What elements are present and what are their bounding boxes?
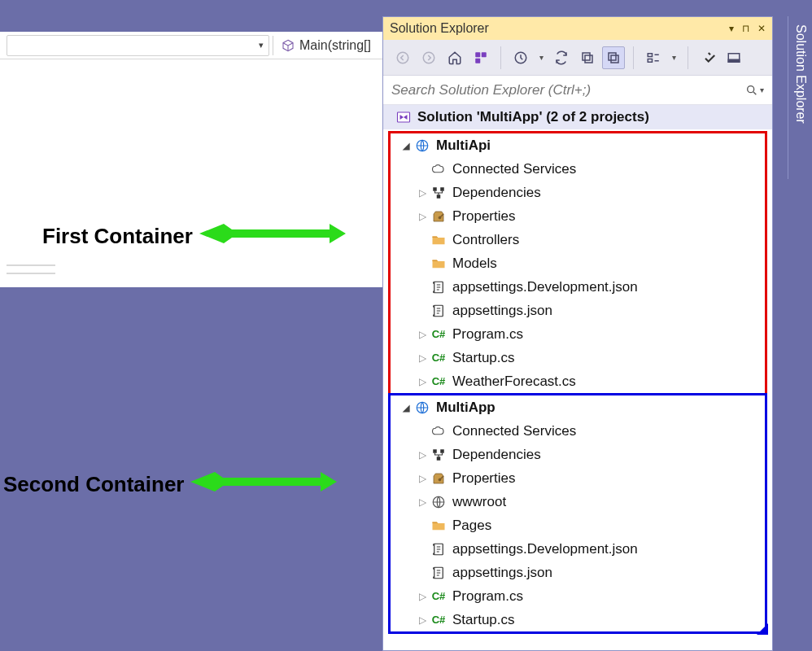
tree-item[interactable]: Connected Services (391, 157, 765, 181)
tree-item[interactable]: Properties (391, 466, 765, 490)
expand-icon[interactable] (415, 376, 430, 387)
project-node[interactable]: MultiApp (391, 395, 765, 419)
tree-item[interactable]: Dependencies (391, 443, 765, 466)
window-menu-icon[interactable]: ▾ (729, 23, 734, 34)
svg-marker-22 (433, 236, 439, 238)
project-node[interactable]: MultiApi (391, 133, 765, 157)
tree-item[interactable]: appsettings.Development.json (391, 537, 765, 561)
tree-item[interactable]: appsettings.json (391, 299, 765, 322)
folder-icon (430, 256, 447, 271)
panel-titlebar[interactable]: Solution Explorer ▾ ⊓ ✕ (383, 17, 772, 40)
expand-icon[interactable] (399, 140, 413, 151)
chevron-down-icon[interactable]: ▾ (668, 46, 679, 69)
arrow-icon (190, 470, 337, 499)
tree-item-label: Program.cs (452, 588, 523, 605)
svg-rect-28 (433, 449, 437, 453)
tree-item[interactable]: Dependencies (391, 181, 765, 204)
sync-icon[interactable] (550, 46, 573, 69)
filter-icon[interactable] (509, 46, 532, 69)
tree-item-label: Connected Services (452, 161, 576, 177)
properties-icon[interactable] (696, 46, 719, 69)
tree-item[interactable]: Models (391, 251, 765, 275)
tree-item-label: appsettings.json (452, 565, 552, 581)
search-input[interactable] (391, 82, 745, 98)
expand-icon[interactable] (415, 496, 430, 508)
csharp-icon: C# (430, 614, 447, 626)
svg-rect-7 (585, 55, 592, 63)
tree-item-label: Properties (452, 208, 515, 225)
panel-toolbar: ▾ ▾ (383, 40, 772, 76)
docked-tab-solution-explorer[interactable]: Solution Explorer (788, 16, 812, 179)
tree-item[interactable]: C# Startup.cs (391, 346, 765, 369)
svg-marker-37 (199, 224, 346, 243)
csharp-icon: C# (430, 352, 447, 364)
solution-icon[interactable] (469, 46, 492, 69)
json-icon (430, 280, 447, 295)
svg-rect-18 (440, 187, 444, 191)
expand-icon[interactable] (415, 352, 430, 364)
collapse-all-icon[interactable] (576, 46, 599, 69)
tree-item[interactable]: wwwroot (391, 490, 765, 513)
props-icon (430, 471, 447, 486)
tree-item[interactable]: C# Program.cs (391, 584, 765, 608)
expand-icon[interactable] (415, 614, 430, 626)
svg-point-0 (397, 52, 408, 63)
home-icon[interactable] (443, 46, 466, 69)
expand-icon[interactable] (415, 449, 430, 461)
svg-rect-8 (609, 53, 616, 60)
tree-item-label: WeatherForecast.cs (452, 374, 576, 390)
toolbar-separator (633, 46, 634, 69)
folder-icon (430, 518, 447, 533)
expand-icon[interactable] (415, 473, 430, 484)
expand-icon[interactable] (415, 329, 430, 340)
close-icon[interactable]: ✕ (757, 23, 766, 34)
editor-outline-marks (7, 264, 55, 281)
chevron-down-icon[interactable]: ▾ (535, 46, 547, 69)
annotation-first-container: First Container (42, 222, 346, 251)
json-icon (430, 566, 447, 580)
tree-item-label: wwwroot (452, 494, 506, 510)
globe-icon (413, 400, 431, 415)
tree-item[interactable]: C# Startup.cs (391, 608, 765, 631)
tree-item[interactable]: appsettings.json (391, 561, 765, 584)
expand-icon[interactable] (399, 402, 413, 413)
method-dropdown[interactable]: Main(string[] (277, 38, 376, 53)
tree-item-label: appsettings.Development.json (452, 279, 638, 295)
tree-item-label: Controllers (452, 232, 519, 248)
annotation-second-container: Second Container (3, 470, 337, 499)
tree-item[interactable]: Connected Services (391, 419, 765, 443)
preview-icon[interactable] (723, 46, 745, 69)
cube-icon (282, 39, 295, 52)
tree-item[interactable]: Controllers (391, 228, 765, 251)
view-icon[interactable] (642, 46, 665, 69)
tree-item-label: Dependencies (452, 185, 541, 201)
pin-icon[interactable]: ⊓ (742, 23, 749, 34)
expand-icon[interactable] (415, 187, 430, 199)
tree-item[interactable]: C# WeatherForecast.cs (391, 369, 765, 393)
back-icon[interactable] (391, 46, 414, 69)
solution-node[interactable]: Solution 'MultiApp' (2 of 2 projects) (383, 105, 772, 129)
expand-icon[interactable] (415, 591, 430, 602)
toolbar-separator (500, 46, 501, 69)
tree-item[interactable]: appsettings.Development.json (391, 275, 765, 299)
editor-breadcrumb-bar: ▾ Main(string[] (0, 32, 382, 59)
expand-icon[interactable] (415, 211, 430, 222)
show-all-files-icon[interactable] (602, 46, 625, 69)
forward-icon[interactable] (417, 46, 440, 69)
vs-solution-icon (396, 110, 411, 125)
svg-rect-3 (482, 52, 487, 57)
globe-gray-icon (430, 495, 447, 509)
project-group-1: MultiApi Connected Services Dependencies… (388, 131, 767, 395)
tree-item[interactable]: Pages (391, 513, 765, 537)
tree-item-label: Startup.cs (452, 612, 515, 628)
scope-dropdown[interactable]: ▾ (7, 35, 269, 56)
arrow-icon (199, 222, 346, 251)
tree-item[interactable]: C# Program.cs (391, 322, 765, 346)
svg-rect-19 (437, 194, 441, 199)
tree-item-label: Dependencies (452, 447, 541, 463)
project-label: MultiApp (436, 400, 495, 416)
tree-item[interactable]: Properties (391, 204, 765, 228)
search-icon[interactable]: ▾ (745, 84, 764, 97)
svg-rect-17 (433, 187, 437, 191)
tree-item-label: Connected Services (452, 423, 576, 439)
